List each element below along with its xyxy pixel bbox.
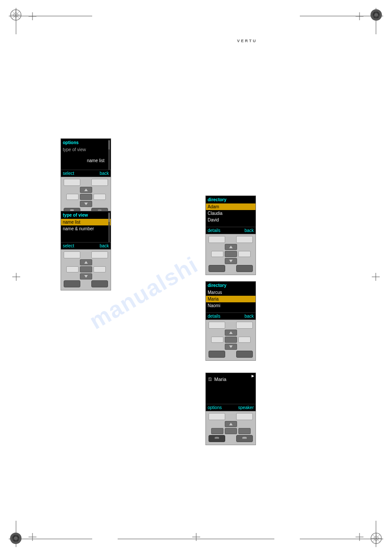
- phone2-nav-right[interactable]: [94, 266, 106, 272]
- phone2-call-btn[interactable]: [64, 280, 80, 287]
- phone4-item1: Marcus: [206, 289, 255, 296]
- phone4-item3: Naomi: [206, 302, 255, 309]
- phone5-footer: options speaker: [206, 404, 255, 411]
- bottom-right-vline: [376, 521, 376, 547]
- phone3-nav-center[interactable]: [225, 251, 237, 257]
- phone2-title: type of view: [61, 211, 111, 219]
- phone1-btn-tr[interactable]: [91, 179, 108, 186]
- top-line-right: [300, 16, 383, 16]
- phone5-call-active[interactable]: [209, 435, 225, 442]
- phone2-back[interactable]: back: [100, 243, 109, 248]
- svg-marker-21: [229, 423, 233, 425]
- phone2-nav-mid: [64, 266, 108, 272]
- phone3-back[interactable]: back: [245, 228, 254, 233]
- phone2-btn-tr[interactable]: [91, 251, 108, 258]
- brand-text: VERTU: [237, 39, 257, 43]
- phone5-contact-icon: 🖻 Maria: [206, 373, 255, 383]
- left-center-crosshair: [12, 273, 20, 283]
- phone1-label: type of view: [61, 146, 111, 153]
- phone2-nav-down[interactable]: [80, 273, 92, 279]
- bottom-center-crosshair: [192, 533, 200, 543]
- svg-marker-20: [229, 345, 233, 348]
- phone4-back[interactable]: back: [245, 314, 254, 319]
- phone3-call-btn[interactable]: [209, 265, 225, 272]
- phone1-btn-tl[interactable]: [64, 179, 80, 186]
- phone2-call-row: [64, 280, 108, 287]
- phone2-scrollbar: [108, 212, 110, 243]
- bottom-left-crosshair: [29, 533, 36, 543]
- phone2-container: type of view name list name & number sel…: [61, 211, 111, 290]
- phone4-call-btn[interactable]: [209, 351, 225, 358]
- phone1-nav-up[interactable]: [80, 187, 92, 193]
- phone5-nav-right[interactable]: [238, 428, 251, 434]
- bottom-right-corner: [369, 531, 383, 547]
- phone3-nav-row1: [209, 236, 253, 243]
- bottom-line-left: [9, 539, 92, 539]
- phone3-endcall-btn[interactable]: [236, 265, 253, 272]
- phone5-options[interactable]: options: [208, 405, 222, 410]
- phone3-nav-down[interactable]: [225, 258, 237, 264]
- phone4-nav-left[interactable]: [211, 337, 223, 343]
- phone1-nav-center[interactable]: [80, 194, 92, 200]
- phone5-btn-tl[interactable]: [209, 413, 225, 420]
- phone3-title: directory: [206, 196, 255, 203]
- bottom-left-vline: [16, 521, 16, 547]
- phone2-nav-row1: [64, 251, 108, 258]
- phone4-btn-tl[interactable]: [209, 322, 225, 329]
- phone3-item3: David: [206, 217, 255, 223]
- phone2-nav-up[interactable]: [80, 259, 92, 265]
- phone3-body: [205, 234, 256, 275]
- phone5-nav-center[interactable]: [225, 428, 237, 434]
- phone1-back[interactable]: back: [100, 171, 109, 176]
- phone4-details[interactable]: details: [208, 314, 220, 319]
- phone3-nav-left[interactable]: [211, 251, 223, 257]
- phone4-nav-up[interactable]: [225, 330, 237, 336]
- phone3-nav-up[interactable]: [225, 244, 237, 250]
- bottom-right-crosshair: [356, 533, 363, 543]
- phone2-footer: select back: [61, 242, 111, 249]
- svg-marker-19: [229, 331, 233, 334]
- phone3-btn-tr[interactable]: [236, 236, 253, 243]
- phone2-nav-center[interactable]: [80, 266, 92, 272]
- phone1-nav-mid: [64, 194, 108, 200]
- phone3-item1: Adam: [206, 203, 255, 210]
- phone1-select[interactable]: select: [63, 171, 74, 176]
- phone2-item1: name list: [61, 219, 111, 225]
- phone2-select[interactable]: select: [63, 243, 74, 248]
- phone2-btn-tl[interactable]: [64, 251, 80, 258]
- phone5-screen: ▶ 🖻 Maria options speaker: [205, 373, 256, 411]
- phone4-body: [205, 320, 256, 361]
- phone1-nav-down: [64, 201, 108, 207]
- phone5-btn-tr[interactable]: [236, 413, 253, 420]
- phone4-endcall-btn[interactable]: [236, 351, 253, 358]
- phone3-btn-tl[interactable]: [209, 236, 225, 243]
- phone1-nav-down-btn[interactable]: [80, 201, 92, 207]
- phone5-container: ▶ 🖻 Maria options speaker: [205, 373, 256, 445]
- phone1-nav-right[interactable]: [94, 194, 106, 200]
- phone5-nav-up[interactable]: [225, 421, 237, 427]
- phone5-speaker[interactable]: speaker: [238, 405, 254, 410]
- phone3-screen: directory Adam Claudia David details bac…: [205, 196, 256, 234]
- phone3-item2: Claudia: [206, 210, 255, 217]
- phone2-nav-left[interactable]: [66, 266, 79, 272]
- phone1-nav-left[interactable]: [66, 194, 79, 200]
- svg-marker-14: [84, 203, 88, 205]
- phone3-container: directory Adam Claudia David details bac…: [205, 196, 256, 275]
- phone1-item1: name list: [61, 157, 111, 164]
- phone4-btn-tr[interactable]: [236, 322, 253, 329]
- phone4-nav-center[interactable]: [225, 337, 237, 343]
- phone3-details[interactable]: details: [208, 228, 220, 233]
- phone4-footer: details back: [206, 312, 255, 319]
- svg-marker-17: [229, 246, 233, 248]
- phone1-container: options type of view name list select ba…: [61, 138, 111, 218]
- phone5-nav-left[interactable]: [211, 428, 223, 434]
- phone3-nav-right[interactable]: [238, 251, 251, 257]
- phone4-nav-right[interactable]: [238, 337, 251, 343]
- phone5-endcall-btn[interactable]: [236, 435, 253, 442]
- phone1-nav-row1: [64, 179, 108, 186]
- phone3-footer: details back: [206, 227, 255, 234]
- phone2-item2: name & number: [61, 225, 111, 232]
- phone2-endcall-btn[interactable]: [91, 280, 108, 287]
- phone4-nav-down[interactable]: [225, 344, 237, 350]
- phone1-screen: options type of view name list select ba…: [61, 138, 111, 177]
